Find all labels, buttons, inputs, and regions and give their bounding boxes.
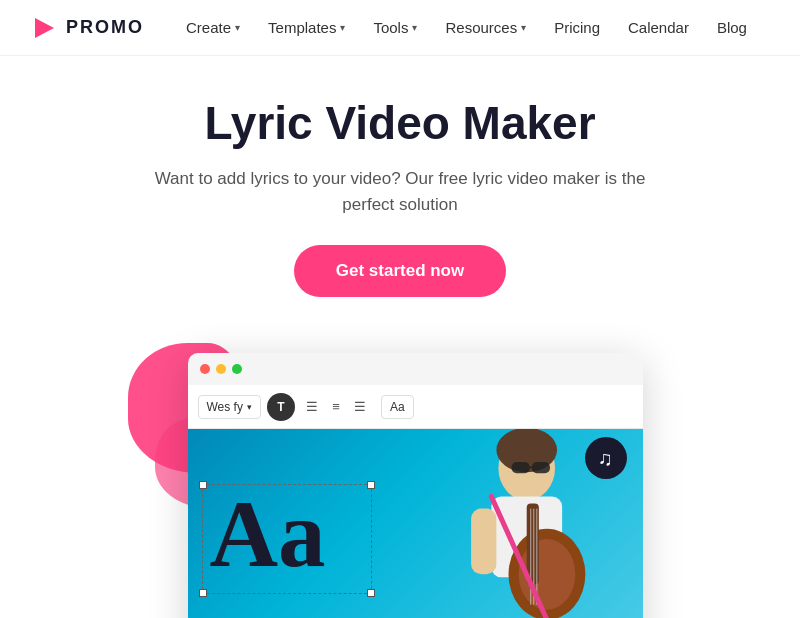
chevron-down-icon: ▾ (235, 22, 240, 33)
align-left-button[interactable]: ☰ (301, 396, 323, 418)
logo-icon (30, 14, 58, 42)
editor-canvas: Aa ♫ (188, 429, 643, 618)
hero-subtitle: Want to add lyrics to your video? Our fr… (150, 166, 650, 217)
nav-item-blog[interactable]: Blog (705, 13, 759, 42)
nav-item-pricing[interactable]: Pricing (542, 13, 612, 42)
browser-window: Wes fy ▾ T ☰ ≡ ☰ Aa (188, 353, 643, 618)
chevron-down-icon: ▾ (340, 22, 345, 33)
font-dropdown-icon: ▾ (247, 402, 252, 412)
logo-text: PROMO (66, 17, 144, 38)
nav-menu: Create ▾ Templates ▾ Tools ▾ Resources ▾… (174, 13, 759, 42)
browser-dot-minimize (216, 364, 226, 374)
chevron-down-icon: ▾ (412, 22, 417, 33)
svg-rect-13 (531, 462, 549, 473)
nav-item-resources[interactable]: Resources ▾ (433, 13, 538, 42)
align-right-button[interactable]: ☰ (349, 396, 371, 418)
nav-item-create[interactable]: Create ▾ (174, 13, 252, 42)
browser-dot-close (200, 364, 210, 374)
selection-handle-bl (199, 589, 207, 597)
selection-handle-tl (199, 481, 207, 489)
chevron-down-icon: ▾ (521, 22, 526, 33)
browser-bar (188, 353, 643, 385)
align-center-button[interactable]: ≡ (325, 396, 347, 418)
font-selector[interactable]: Wes fy ▾ (198, 395, 261, 419)
svg-marker-0 (35, 18, 54, 38)
svg-rect-12 (511, 462, 529, 473)
preview-container: Wes fy ▾ T ☰ ≡ ☰ Aa (0, 353, 800, 618)
browser-dot-maximize (232, 364, 242, 374)
page-title: Lyric Video Maker (204, 96, 595, 150)
svg-rect-10 (471, 509, 496, 575)
navbar: PROMO Create ▾ Templates ▾ Tools ▾ Resou… (0, 0, 800, 56)
nav-item-calendar[interactable]: Calendar (616, 13, 701, 42)
music-icon-button[interactable]: ♫ (585, 437, 627, 479)
align-buttons: ☰ ≡ ☰ (301, 396, 371, 418)
text-selection-box (202, 484, 372, 594)
nav-item-templates[interactable]: Templates ▾ (256, 13, 357, 42)
get-started-button[interactable]: Get started now (294, 245, 506, 297)
selection-handle-br (367, 589, 375, 597)
hero-section: Lyric Video Maker Want to add lyrics to … (0, 56, 800, 353)
selection-handle-tr (367, 481, 375, 489)
editor-toolbar: Wes fy ▾ T ☰ ≡ ☰ Aa (188, 385, 643, 429)
text-size-button[interactable]: Aa (381, 395, 414, 419)
text-color-button[interactable]: T (267, 393, 295, 421)
logo[interactable]: PROMO (30, 14, 144, 42)
music-note-icon: ♫ (598, 447, 613, 470)
nav-item-tools[interactable]: Tools ▾ (361, 13, 429, 42)
